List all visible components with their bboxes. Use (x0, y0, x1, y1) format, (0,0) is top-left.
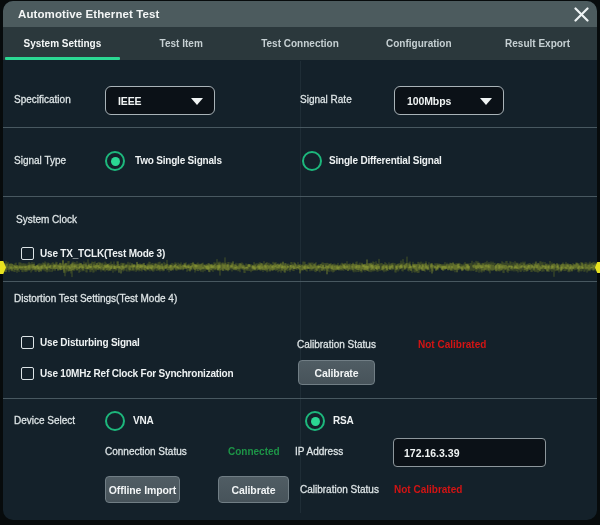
use-10mhz-ref-clock-label: Use 10MHz Ref Clock For Synchronization (40, 367, 233, 381)
radio-rsa[interactable] (305, 411, 325, 431)
close-button[interactable] (573, 6, 590, 23)
tab-bar: System Settings Test Item Test Connectio… (3, 27, 597, 60)
signal-rate-value: 100Mbps (407, 95, 451, 107)
use-10mhz-ref-clock-checkbox[interactable] (21, 367, 34, 380)
radio-single-differential-signal[interactable] (302, 151, 322, 171)
device-select-label: Device Select (14, 414, 75, 428)
specification-value: IEEE (118, 95, 142, 107)
radio-vna[interactable] (105, 411, 125, 431)
signal-type-label: Signal Type (14, 154, 66, 168)
use-disturbing-signal-checkbox[interactable] (21, 336, 34, 349)
distortion-calibrate-button[interactable]: Calibrate (298, 360, 375, 385)
ip-address-input[interactable] (393, 438, 546, 467)
rsa-label: RSA (333, 414, 354, 428)
specification-dropdown[interactable]: IEEE (105, 86, 215, 115)
vna-label: VNA (133, 414, 154, 428)
chevron-down-icon (191, 98, 203, 105)
section-divider (3, 281, 597, 282)
dialog-title: Automotive Ethernet Test (18, 8, 159, 20)
radio-two-single-signals[interactable] (105, 151, 125, 171)
signal-rate-dropdown[interactable]: 100Mbps (394, 86, 504, 115)
tab-test-connection[interactable]: Test Connection (241, 27, 360, 60)
distortion-title: Distortion Test Settings(Test Mode 4) (14, 292, 177, 306)
tab-label: Result Export (505, 38, 570, 49)
device-calibrate-button[interactable]: Calibrate (218, 476, 289, 503)
two-single-signals-label: Two Single Signals (135, 154, 222, 168)
close-icon (574, 7, 589, 22)
section-divider (3, 196, 597, 197)
signal-rate-label: Signal Rate (300, 93, 352, 107)
tab-result-export[interactable]: Result Export (478, 27, 597, 60)
tab-label: Configuration (386, 38, 452, 49)
tab-system-settings[interactable]: System Settings (3, 27, 122, 60)
tab-label: Test Item (160, 38, 203, 49)
use-disturbing-signal-label: Use Disturbing Signal (40, 336, 140, 350)
offline-import-button[interactable]: Offline Import (105, 476, 180, 503)
chevron-down-icon (480, 98, 492, 105)
tab-test-item[interactable]: Test Item (122, 27, 241, 60)
oscilloscope-screen: Automotive Ethernet Test System Settings… (0, 0, 600, 525)
automotive-ethernet-test-dialog: Automotive Ethernet Test System Settings… (3, 1, 597, 520)
ip-address-label: IP Address (295, 445, 343, 459)
device-calibration-status-label: Calibration Status (300, 483, 379, 497)
connection-status-value: Connected (228, 445, 280, 459)
section-divider (3, 127, 597, 128)
connection-status-label: Connection Status (105, 445, 187, 459)
section-divider (3, 398, 597, 399)
calibration-status-value: Not Calibrated (418, 338, 486, 352)
tab-configuration[interactable]: Configuration (359, 27, 478, 60)
tab-label: Test Connection (261, 38, 339, 49)
system-clock-title: System Clock (16, 213, 77, 227)
use-tx-tclk-checkbox[interactable] (21, 247, 34, 260)
calibration-status-label: Calibration Status (297, 338, 376, 352)
dialog-titlebar: Automotive Ethernet Test (3, 1, 597, 27)
use-tx-tclk-label: Use TX_TCLK(Test Mode 3) (40, 247, 165, 261)
tab-label: System Settings (23, 38, 101, 49)
specification-label: Specification (14, 93, 71, 107)
device-calibration-status-value: Not Calibrated (394, 483, 462, 497)
single-differential-signal-label: Single Differential Signal (329, 154, 442, 168)
